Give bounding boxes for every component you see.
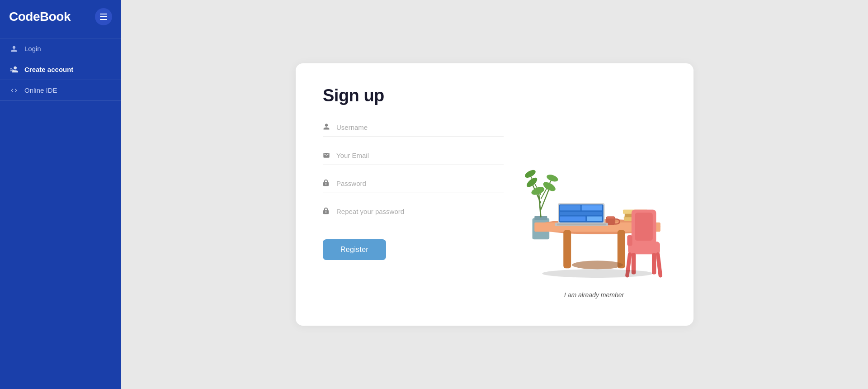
svg-point-8 [542, 180, 557, 193]
sidebar-item-login-label: Login [24, 45, 41, 52]
main-content: Sign up [121, 0, 868, 389]
desk-illustration [524, 133, 664, 278]
svg-rect-32 [560, 216, 585, 221]
sidebar-header: CodeBook [0, 0, 121, 33]
username-group [323, 122, 504, 137]
lock-icon [323, 179, 331, 188]
email-input[interactable] [336, 150, 504, 161]
repeat-password-group [323, 206, 504, 221]
svg-rect-35 [557, 223, 606, 225]
username-icon [323, 123, 331, 132]
password-input[interactable] [336, 178, 504, 189]
sidebar: CodeBook Login Cr [0, 0, 121, 389]
repeat-lock-icon [323, 207, 331, 216]
sidebar-nav: Login Create account Online IDE [0, 38, 121, 101]
sidebar-item-login[interactable]: Login [0, 38, 121, 59]
app-logo: CodeBook [9, 9, 71, 24]
svg-rect-40 [652, 253, 656, 274]
menu-icon-line3 [100, 19, 107, 20]
password-group [323, 178, 504, 193]
email-icon [323, 152, 331, 160]
svg-rect-14 [563, 230, 571, 269]
register-button[interactable]: Register [323, 239, 386, 260]
svg-rect-31 [560, 212, 602, 215]
svg-point-44 [542, 269, 653, 278]
menu-icon-line1 [100, 14, 107, 14]
username-input[interactable] [336, 122, 504, 133]
svg-rect-29 [560, 205, 580, 210]
svg-line-2 [539, 193, 541, 218]
person-add-icon [10, 66, 18, 73]
svg-point-10 [546, 173, 559, 183]
already-member-text[interactable]: I am already member [564, 291, 624, 299]
svg-rect-37 [635, 213, 653, 241]
svg-point-16 [572, 261, 623, 269]
email-group [323, 150, 504, 165]
sidebar-item-create-account[interactable]: Create account [0, 59, 121, 80]
signup-card: Sign up [296, 63, 693, 326]
svg-rect-30 [582, 205, 602, 210]
repeat-password-input[interactable] [336, 206, 504, 217]
svg-rect-43 [627, 235, 632, 246]
sidebar-item-online-ide[interactable]: Online IDE [0, 80, 121, 101]
svg-rect-38 [628, 242, 660, 254]
form-section: Sign up [323, 86, 522, 303]
illustration-section: I am already member [522, 86, 666, 303]
menu-button[interactable] [95, 8, 112, 25]
svg-rect-33 [587, 216, 602, 221]
form-title: Sign up [323, 86, 504, 105]
person-icon [10, 45, 18, 52]
code-icon [10, 87, 18, 94]
menu-icon-line2 [100, 16, 107, 17]
sidebar-item-online-ide-label: Online IDE [24, 86, 57, 94]
svg-rect-21 [607, 216, 614, 218]
svg-line-42 [658, 254, 660, 275]
sidebar-item-create-account-label: Create account [24, 66, 73, 73]
